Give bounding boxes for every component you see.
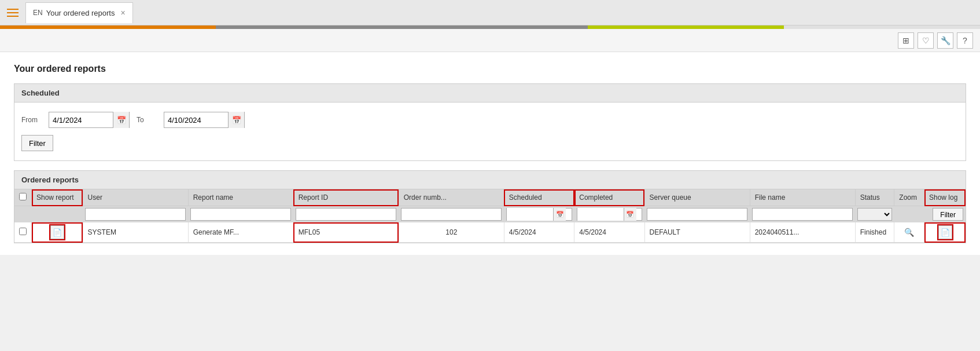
filter-zoom-cell bbox=[894, 206, 924, 223]
from-label: From bbox=[21, 116, 42, 124]
tab-lang: EN bbox=[33, 9, 43, 17]
filter-server-queue-cell bbox=[644, 206, 750, 223]
filter-user-input[interactable] bbox=[85, 208, 186, 221]
th-status: Status bbox=[855, 189, 894, 206]
row-order-numb-cell: 102 bbox=[399, 222, 504, 243]
row-checkbox-cell bbox=[14, 222, 32, 243]
row-show-log-cell: 📄 bbox=[924, 222, 966, 243]
filter-order-numb-cell bbox=[399, 206, 504, 223]
log-icon: 📄 bbox=[941, 228, 950, 237]
filter-user-cell bbox=[83, 206, 188, 223]
progress-segment-green bbox=[588, 25, 784, 29]
th-show-log: Show log bbox=[924, 189, 966, 206]
tab-close-icon[interactable]: × bbox=[120, 8, 125, 17]
from-date-input-wrapper: 📅 bbox=[49, 112, 130, 128]
top-toolbar: ⊞ ♡ 🔧 ? bbox=[0, 29, 980, 52]
table-filter-row: 📅 📅 bbox=[14, 206, 966, 223]
th-checkbox bbox=[14, 189, 32, 206]
main-content: Your ordered reports Scheduled From 📅 To… bbox=[0, 52, 980, 255]
row-report-name-cell: Generate MF... bbox=[188, 222, 293, 243]
th-report-id: Report ID bbox=[293, 189, 399, 206]
filter-checkbox-cell bbox=[14, 206, 32, 223]
ordered-reports-table-container: Show report User Report name Report ID O bbox=[14, 189, 966, 243]
tools-icon[interactable]: 🔧 bbox=[937, 32, 953, 49]
filter-completed-cell: 📅 bbox=[574, 206, 644, 223]
filter-completed-input[interactable] bbox=[577, 208, 624, 221]
filter-scheduled-cell: 📅 bbox=[504, 206, 574, 223]
scheduled-section-body: From 📅 To 📅 Filter bbox=[14, 103, 966, 160]
row-file-name-cell: 2024040511... bbox=[750, 222, 855, 243]
report-icon: 📄 bbox=[53, 228, 62, 237]
table-header-row: Show report User Report name Report ID O bbox=[14, 189, 966, 206]
page-title: Your ordered reports bbox=[14, 64, 966, 74]
show-log-button[interactable]: 📄 bbox=[938, 225, 952, 239]
ordered-filter-button[interactable]: Filter bbox=[933, 208, 963, 221]
filter-status-cell bbox=[855, 206, 894, 223]
filter-report-id-input[interactable] bbox=[296, 208, 396, 221]
row-checkbox[interactable] bbox=[19, 228, 27, 235]
table-body: 📄 SYSTEM Generate MF... MFL05 bbox=[14, 222, 966, 243]
row-status-cell: Finished bbox=[855, 222, 894, 243]
to-label: To bbox=[137, 116, 157, 124]
ordered-reports-table: Show report User Report name Report ID O bbox=[14, 189, 966, 243]
filter-scheduled-cal-icon[interactable]: 📅 bbox=[553, 208, 566, 221]
tab-title: Your ordered reports bbox=[46, 9, 115, 17]
filter-report-id-cell bbox=[293, 206, 399, 223]
to-date-input[interactable] bbox=[164, 112, 228, 127]
favorite-icon[interactable]: ♡ bbox=[918, 32, 934, 49]
filter-report-name-cell bbox=[188, 206, 293, 223]
date-range-row: From 📅 To 📅 bbox=[21, 112, 959, 128]
tab-bar: EN Your ordered reports × bbox=[0, 0, 980, 25]
row-report-id-cell: MFL05 bbox=[293, 222, 399, 243]
to-date-input-wrapper: 📅 bbox=[164, 112, 245, 128]
th-show-report: Show report bbox=[32, 189, 83, 206]
row-server-queue-cell: DEFAULT bbox=[644, 222, 750, 243]
row-user-cell: SYSTEM bbox=[83, 222, 188, 243]
filter-order-numb-input[interactable] bbox=[401, 208, 502, 221]
filter-file-name-input[interactable] bbox=[752, 208, 853, 221]
scheduled-filter-button[interactable]: Filter bbox=[21, 135, 53, 151]
row-scheduled-cell: 4/5/2024 bbox=[504, 222, 574, 243]
table-row: 📄 SYSTEM Generate MF... MFL05 bbox=[14, 222, 966, 243]
th-file-name: File name bbox=[750, 189, 855, 206]
to-calendar-icon[interactable]: 📅 bbox=[228, 112, 244, 128]
filter-show-log-cell: Filter bbox=[924, 206, 966, 223]
from-calendar-icon[interactable]: 📅 bbox=[113, 112, 129, 128]
th-scheduled: Scheduled bbox=[504, 189, 574, 206]
columns-icon[interactable]: ⊞ bbox=[898, 32, 914, 49]
filter-completed-cal-icon[interactable]: 📅 bbox=[624, 208, 636, 221]
filter-server-queue-input[interactable] bbox=[647, 208, 747, 221]
th-server-queue: Server queue bbox=[644, 189, 750, 206]
filter-scheduled-input[interactable] bbox=[507, 208, 553, 221]
scheduled-section-header: Scheduled bbox=[14, 84, 966, 103]
th-order-numb: Order numb... bbox=[399, 189, 504, 206]
progress-segment-gray bbox=[216, 25, 588, 29]
show-report-button[interactable]: 📄 bbox=[50, 225, 64, 239]
th-report-name: Report name bbox=[188, 189, 293, 206]
scheduled-section: Scheduled From 📅 To 📅 Filter bbox=[14, 83, 966, 161]
th-completed: Completed bbox=[574, 189, 644, 206]
filter-report-name-input[interactable] bbox=[190, 208, 291, 221]
ordered-reports-header: Ordered reports bbox=[14, 171, 966, 189]
select-all-checkbox[interactable] bbox=[19, 193, 27, 200]
row-show-report-cell: 📄 bbox=[32, 222, 83, 243]
th-zoom: Zoom bbox=[894, 189, 924, 206]
th-user: User bbox=[83, 189, 188, 206]
filter-status-select[interactable] bbox=[857, 208, 892, 221]
from-date-input[interactable] bbox=[49, 112, 113, 127]
filter-show-report-cell bbox=[32, 206, 83, 223]
row-zoom-cell: 🔍 bbox=[894, 222, 924, 243]
filter-file-name-cell bbox=[750, 206, 855, 223]
row-completed-cell: 4/5/2024 bbox=[574, 222, 644, 243]
zoom-icon[interactable]: 🔍 bbox=[904, 228, 914, 237]
ordered-reports-section: Ordered reports Show report User bbox=[14, 170, 966, 243]
progress-segment-orange bbox=[0, 25, 216, 29]
help-icon[interactable]: ? bbox=[957, 32, 973, 49]
menu-icon[interactable] bbox=[5, 5, 21, 21]
tab-ordered-reports[interactable]: EN Your ordered reports × bbox=[25, 2, 133, 23]
progress-bar bbox=[0, 25, 980, 29]
